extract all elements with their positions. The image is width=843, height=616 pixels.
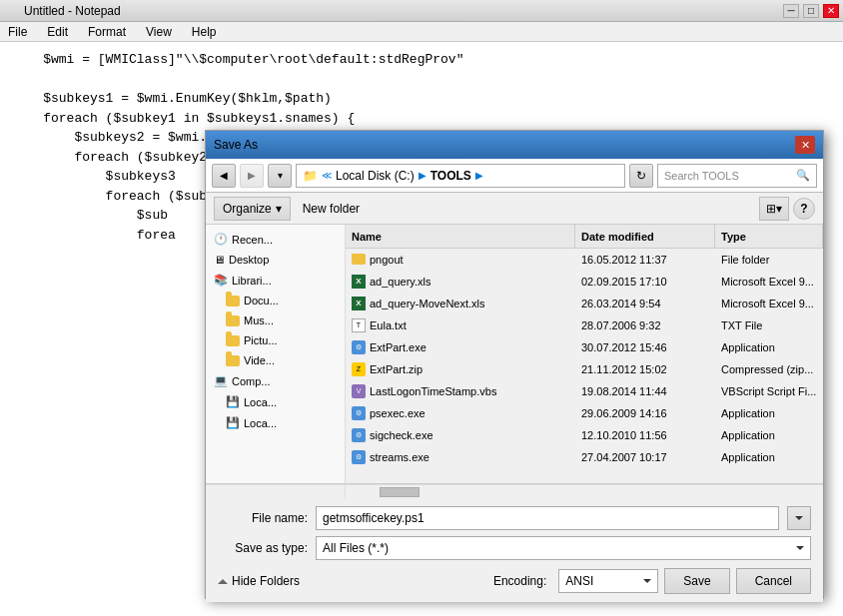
folder-icon: [226, 355, 240, 366]
menu-edit[interactable]: Edit: [43, 23, 72, 41]
folder-icon: [352, 254, 366, 265]
file-row[interactable]: Xad_query.xls 02.09.2015 17:10 Microsoft…: [346, 271, 823, 293]
folder-icon: [226, 335, 240, 346]
exe-icon: ⚙: [352, 450, 366, 464]
left-documents[interactable]: Docu...: [206, 291, 345, 310]
organize-arrow-icon: ▾: [276, 202, 282, 216]
encoding-arrow-icon: [643, 579, 651, 583]
dialog-main: 🕐 Recen... 🖥 Desktop 📚 Librari... Docu..…: [206, 225, 823, 484]
zip-icon: Z: [352, 362, 366, 376]
exe-icon: ⚙: [352, 340, 366, 354]
address-path[interactable]: 📁 ≪ Local Disk (C:) ▶ TOOLS ▶: [296, 164, 625, 188]
hide-folders-button[interactable]: Hide Folders: [218, 574, 300, 588]
encoding-dropdown[interactable]: ANSI: [558, 569, 658, 593]
path-local-disk[interactable]: Local Disk (C:): [336, 169, 415, 183]
menu-format[interactable]: Format: [84, 23, 130, 41]
forward-button[interactable]: ▶: [240, 164, 264, 188]
drive-icon-2: 💾: [226, 416, 240, 429]
view-button[interactable]: ⊞ ▾: [759, 197, 789, 221]
left-music[interactable]: Mus...: [206, 310, 345, 330]
filename-label: File name:: [218, 511, 308, 525]
file-row[interactable]: ⚙ExtPart.exe 30.07.2012 15:46 Applicatio…: [346, 336, 823, 358]
desktop-icon: 🖥: [214, 254, 225, 266]
folder-icon: [226, 296, 240, 307]
file-row[interactable]: ⚙streams.exe 27.04.2007 10:17 Applicatio…: [346, 446, 823, 468]
path-icon: 📁: [303, 169, 318, 183]
help-button[interactable]: ?: [793, 198, 815, 220]
refresh-button[interactable]: ↻: [629, 164, 653, 188]
right-pane[interactable]: Name Date modified Type pngout 16.05.201…: [346, 225, 823, 483]
file-row[interactable]: pngout 16.05.2012 11:37 File folder: [346, 249, 823, 271]
search-icon: 🔍: [796, 169, 810, 182]
savetype-arrow-icon: [796, 546, 804, 550]
filename-row: File name:: [218, 506, 811, 530]
savetype-value: All Files (*.*): [323, 541, 389, 555]
notepad-titlebar: Untitled - Notepad ─ □ ✕: [0, 0, 843, 22]
dialog-bottom: File name: Save as type: All Files (*.*)…: [206, 498, 823, 602]
encoding-left: Hide Folders: [218, 574, 300, 588]
left-local-c[interactable]: 💾 Loca...: [206, 391, 345, 412]
menu-view[interactable]: View: [142, 23, 176, 41]
toolbar-right: ⊞ ▾ ?: [759, 197, 815, 221]
col-header-type[interactable]: Type: [715, 225, 823, 248]
maximize-button[interactable]: □: [803, 4, 819, 18]
file-row[interactable]: ZExtPart.zip 21.11.2012 15:02 Compressed…: [346, 358, 823, 380]
toolbar-left: Organize ▾ New folder: [214, 197, 364, 221]
search-placeholder: Search TOOLS: [664, 170, 739, 182]
save-as-dialog: Save As ✕ ◀ ▶ ▾ 📁 ≪ Local Disk (C:) ▶ TO…: [205, 130, 824, 599]
notepad-title: Untitled - Notepad: [4, 4, 121, 18]
left-computer[interactable]: 💻 Comp...: [206, 370, 345, 391]
cancel-button[interactable]: Cancel: [736, 568, 811, 594]
savetype-dropdown[interactable]: All Files (*.*): [316, 536, 811, 560]
left-pane: 🕐 Recen... 🖥 Desktop 📚 Librari... Docu..…: [206, 225, 346, 483]
savetype-label: Save as type:: [218, 541, 308, 555]
close-button[interactable]: ✕: [823, 4, 839, 18]
savetype-row: Save as type: All Files (*.*): [218, 536, 811, 560]
address-bar: ◀ ▶ ▾ 📁 ≪ Local Disk (C:) ▶ TOOLS ▶ ↻ Se…: [206, 159, 823, 193]
dialog-close-button[interactable]: ✕: [795, 136, 815, 154]
menu-help[interactable]: Help: [188, 23, 221, 41]
filename-input[interactable]: [316, 506, 779, 530]
col-header-date[interactable]: Date modified: [575, 225, 715, 248]
libraries-icon: 📚: [214, 274, 228, 287]
col-header-name[interactable]: Name: [346, 225, 575, 248]
exe-icon: ⚙: [352, 428, 366, 442]
hide-folders-label: Hide Folders: [232, 574, 300, 588]
exe-icon: ⚙: [352, 406, 366, 420]
left-libraries[interactable]: 📚 Librari...: [206, 270, 345, 291]
folder-icon: [226, 315, 240, 326]
encoding-row: Hide Folders Encoding: ANSI Save Cancel: [218, 568, 811, 594]
encoding-label: Encoding:: [493, 574, 546, 588]
left-pictures[interactable]: Pictu...: [206, 330, 345, 350]
horizontal-scrollbar[interactable]: [206, 484, 823, 498]
chevron-down-icon: [795, 516, 803, 520]
file-row[interactable]: ⚙psexec.exe 29.06.2009 14:16 Application: [346, 402, 823, 424]
dropdown-button[interactable]: ▾: [268, 164, 292, 188]
file-row[interactable]: VLastLogonTimeStamp.vbs 19.08.2014 11:44…: [346, 380, 823, 402]
back-button[interactable]: ◀: [212, 164, 236, 188]
left-desktop[interactable]: 🖥 Desktop: [206, 250, 345, 270]
path-tools[interactable]: TOOLS: [430, 169, 471, 183]
notepad-menu: File Edit Format View Help: [0, 22, 843, 42]
file-row[interactable]: Xad_query-MoveNext.xls 26.03.2014 9:54 M…: [346, 293, 823, 314]
file-list-header: Name Date modified Type: [346, 225, 823, 249]
vbs-icon: V: [352, 384, 366, 398]
left-recent[interactable]: 🕐 Recen...: [206, 229, 345, 250]
left-local-d[interactable]: 💾 Loca...: [206, 412, 345, 433]
filename-dropdown-arrow[interactable]: [787, 506, 811, 530]
menu-file[interactable]: File: [4, 23, 31, 41]
organize-button[interactable]: Organize ▾: [214, 197, 291, 221]
action-buttons: Save Cancel: [664, 568, 811, 594]
dialog-titlebar: Save As ✕: [206, 131, 823, 159]
view-arrow-icon: ▾: [776, 202, 782, 216]
left-videos[interactable]: Vide...: [206, 350, 345, 370]
dialog-toolbar: Organize ▾ New folder ⊞ ▾ ?: [206, 193, 823, 225]
minimize-button[interactable]: ─: [783, 4, 799, 18]
file-row[interactable]: ⚙sigcheck.exe 12.10.2010 11:56 Applicati…: [346, 424, 823, 446]
file-row[interactable]: TEula.txt 28.07.2006 9:32 TXT File: [346, 314, 823, 336]
search-box[interactable]: Search TOOLS 🔍: [657, 164, 817, 188]
excel-icon: X: [352, 275, 366, 289]
save-button[interactable]: Save: [664, 568, 729, 594]
new-folder-button[interactable]: New folder: [299, 197, 364, 221]
dialog-title: Save As: [214, 138, 258, 152]
